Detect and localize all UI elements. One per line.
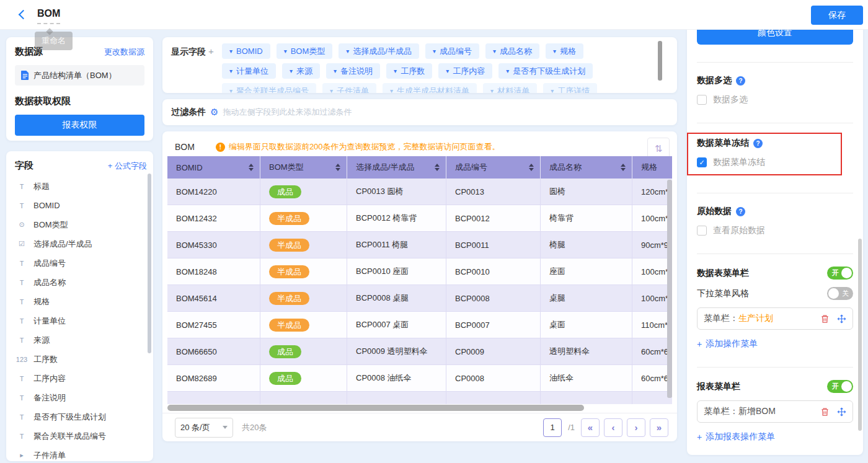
field-item[interactable]: T 成品名称: [15, 273, 147, 292]
table-scrollbar-thumb[interactable]: [667, 180, 672, 398]
display-field-chip[interactable]: ▾ 选择成品/半成品: [339, 43, 419, 59]
column-header[interactable]: 选择成品/半成品: [347, 156, 446, 179]
settings-scrollbar-thumb[interactable]: [858, 239, 862, 431]
table-menu-toggle[interactable]: 开: [827, 267, 853, 280]
move-icon[interactable]: [837, 407, 846, 417]
cell-select-product: [347, 392, 446, 404]
trash-icon[interactable]: [820, 407, 830, 417]
field-type-icon: ☑: [15, 240, 29, 248]
column-header[interactable]: BOMID: [167, 156, 260, 179]
chevron-down-icon: ▾: [446, 68, 449, 74]
display-field-chip-disabled[interactable]: ▾ 聚合关联半成品编号: [222, 83, 316, 93]
display-field-chip[interactable]: ▾ 来源: [282, 63, 320, 79]
display-field-chip[interactable]: ▾ 成品名称: [485, 43, 539, 59]
chip-label: 工序详情: [557, 86, 590, 94]
field-item[interactable]: T 备注说明: [15, 388, 147, 407]
divider: [697, 367, 853, 368]
field-item[interactable]: T 计量单位: [15, 311, 147, 330]
sort-icon[interactable]: [435, 164, 440, 171]
table-horizontal-scrollbar-thumb[interactable]: [167, 405, 584, 411]
column-header[interactable]: 成品名称: [541, 156, 632, 179]
sort-icon[interactable]: [335, 164, 340, 171]
move-icon[interactable]: [837, 314, 846, 324]
cell-product-code: CP0013: [446, 179, 541, 205]
field-item[interactable]: T 成品编号: [15, 254, 147, 273]
menu-freeze-highlight-box: 数据菜单冻结 ? ✓ 数据菜单冻结: [687, 133, 842, 175]
save-button[interactable]: 保存: [811, 6, 863, 25]
page-nav-button[interactable]: ›: [627, 418, 645, 437]
add-table-menu-link[interactable]: + 添加操作菜单: [697, 338, 853, 350]
checkbox-unchecked[interactable]: [697, 95, 707, 105]
sort-icon[interactable]: [249, 164, 254, 171]
report-menu-item[interactable]: 菜单栏： 新增BOM: [697, 400, 853, 423]
page-size-select[interactable]: 20 条/页: [175, 418, 233, 438]
chevron-down-icon: ▾: [394, 68, 397, 74]
multi-select-checkbox-row[interactable]: 数据多选: [697, 94, 853, 105]
display-field-chip[interactable]: ▾ 备注说明: [326, 63, 380, 79]
field-item[interactable]: T 工序内容: [15, 369, 147, 388]
add-report-menu-link[interactable]: + 添加报表操作菜单: [697, 431, 853, 443]
display-field-chip-disabled[interactable]: ▾ 材料清单: [483, 83, 537, 93]
display-field-chip-disabled[interactable]: ▾ 工序详情: [543, 83, 597, 93]
back-icon[interactable]: [19, 10, 29, 20]
field-item[interactable]: T 标题: [15, 177, 147, 196]
display-field-chip-disabled[interactable]: ▾ 子件清单: [322, 83, 376, 93]
checkbox-unchecked[interactable]: [697, 226, 707, 236]
column-header[interactable]: 规格: [632, 156, 672, 179]
display-field-chip-disabled[interactable]: ▾ 生成半成品材料清单: [383, 83, 477, 93]
display-field-chip[interactable]: ▾ BOM类型: [277, 43, 333, 59]
display-field-chip[interactable]: ▾ 成品编号: [425, 43, 479, 59]
datasource-item[interactable]: 产品结构清单（BOM）: [15, 65, 144, 86]
field-type-icon: T: [15, 202, 29, 209]
field-item[interactable]: T 聚合关联半成品编号: [15, 426, 147, 446]
page-nav-button[interactable]: »: [650, 418, 668, 437]
cell-product-name: 桌腿: [541, 285, 632, 312]
sort-icon[interactable]: [529, 164, 534, 171]
column-header[interactable]: BOM类型: [260, 156, 347, 179]
display-fields-scrollbar-thumb[interactable]: [658, 41, 662, 81]
raw-data-checkbox-row[interactable]: 查看原始数据: [697, 225, 853, 236]
trash-icon[interactable]: [820, 314, 830, 324]
gear-icon[interactable]: ⚙: [210, 107, 218, 118]
help-icon[interactable]: ?: [753, 139, 763, 148]
column-header[interactable]: 成品编号: [446, 156, 541, 179]
change-datasource-link[interactable]: 更改数据源: [104, 46, 144, 58]
sort-icon[interactable]: [621, 164, 626, 171]
table-row: BOM82689 成品 CP0008 油纸伞 CP0008 油纸伞 60cm*6: [167, 365, 672, 392]
cell-product-name: [541, 392, 632, 404]
warning-text: 编辑界面只取数据源前200条作为查询数据预览，完整数据请访问页面查看。: [229, 141, 500, 152]
page-nav-button[interactable]: ‹: [604, 418, 622, 437]
add-display-field-icon[interactable]: +: [208, 46, 214, 56]
table-row: BOM45614 半成品 BCP0008 桌腿 BCP0008 桌腿 100cm…: [167, 285, 672, 312]
fields-scrollbar-thumb[interactable]: [148, 174, 151, 353]
display-field-chip[interactable]: ▾ 是否有下级生成计划: [498, 63, 593, 79]
page-title[interactable]: BOM: [37, 8, 60, 24]
field-item[interactable]: 123 工序数: [15, 350, 147, 369]
table-menu-item[interactable]: 菜单栏： 生产计划: [697, 307, 853, 330]
report-permission-button[interactable]: 报表权限: [15, 115, 144, 136]
field-item[interactable]: T BOMID: [15, 196, 147, 215]
field-item[interactable]: T 规格: [15, 292, 147, 311]
field-item[interactable]: ⊙ BOM类型: [15, 215, 147, 234]
field-item[interactable]: ☑ 选择成品/半成品: [15, 234, 147, 254]
checkbox-checked[interactable]: ✓: [697, 157, 707, 167]
help-icon[interactable]: ?: [736, 76, 745, 86]
menu-freeze-checkbox-label: 数据菜单冻结: [713, 157, 765, 168]
filter-panel[interactable]: 过滤条件 ⚙ 拖动左侧字段到此处来添加过滤条件: [162, 99, 677, 125]
menu-freeze-checkbox-row[interactable]: ✓ 数据菜单冻结: [697, 157, 835, 168]
field-item[interactable]: T 来源: [15, 330, 147, 350]
add-formula-field-link[interactable]: + 公式字段: [108, 161, 147, 172]
field-item[interactable]: T 是否有下级生成计划: [15, 407, 147, 426]
dropdown-style-toggle[interactable]: 关: [827, 287, 853, 300]
display-field-chip[interactable]: ▾ 工序数: [386, 63, 432, 79]
cell-spec: 100cm*: [632, 258, 672, 285]
display-field-chip[interactable]: ▾ 规格: [546, 43, 583, 59]
page-nav-button[interactable]: «: [581, 418, 600, 437]
current-page-input[interactable]: 1: [543, 418, 562, 437]
display-field-chip[interactable]: ▾ 计量单位: [222, 63, 276, 79]
help-icon[interactable]: ?: [736, 207, 745, 216]
field-item[interactable]: ▸ 子件清单: [15, 446, 147, 461]
display-field-chip[interactable]: ▾ 工序内容: [438, 63, 492, 79]
display-field-chip[interactable]: ▾ BOMID: [222, 43, 270, 59]
report-menu-toggle[interactable]: 开: [827, 380, 853, 393]
